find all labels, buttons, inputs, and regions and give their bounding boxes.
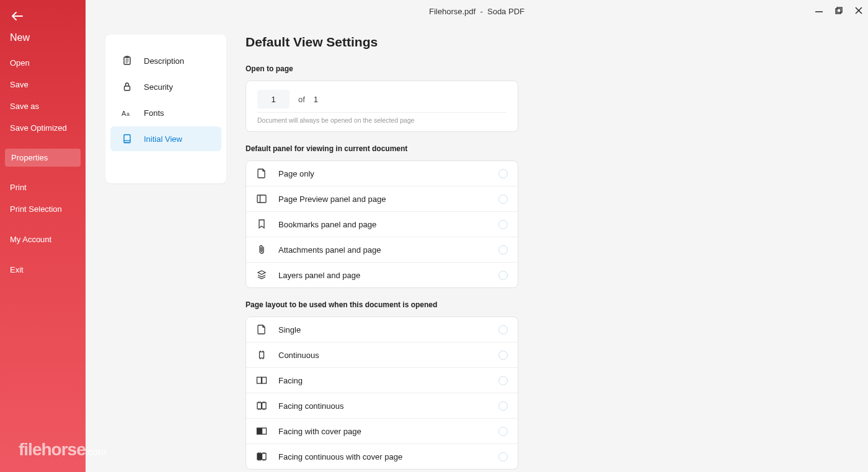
sidebar-item-save[interactable]: Save [0,75,86,94]
svg-rect-40 [262,453,267,460]
title-separator: - [480,7,482,16]
option-label: Page Preview panel and page [278,194,487,204]
radio-button[interactable] [498,245,508,255]
option-label: Layers panel and page [278,271,487,280]
page-total: 1 [314,95,318,104]
sidebar-item-open[interactable]: Open [0,53,86,72]
option-page-preview[interactable]: Page Preview panel and page [246,186,518,212]
sidebar-item-print[interactable]: Print [0,178,86,197]
radio-button[interactable] [498,271,508,280]
title-app: Soda PDF [487,7,525,16]
option-layout-single[interactable]: Single [246,317,518,343]
tab-label: Security [144,82,173,92]
option-label: Single [278,325,487,334]
radio-button[interactable] [498,401,508,411]
sidebar-item-save-optimized[interactable]: Save Optimized [0,118,86,138]
minimize-button[interactable] [813,5,825,16]
layers-icon [256,269,267,281]
svg-rect-26 [262,377,267,383]
radio-button[interactable] [498,169,508,178]
content-area: Default View Settings Open to page of 1 … [246,35,642,470]
paperclip-icon [256,244,267,255]
single-page-icon [256,324,267,335]
open-to-page-label: Open to page [246,64,642,73]
option-label: Continuous [278,351,487,360]
facing-icon [256,375,267,386]
svg-rect-13 [124,135,130,143]
svg-rect-20 [260,352,264,358]
option-label: Bookmarks panel and page [278,220,487,229]
facing-continuous-icon [256,400,267,411]
radio-button[interactable] [498,194,508,204]
page-hint: Document will always be opened on the se… [257,112,507,124]
clipboard-icon [122,55,133,66]
facing-continuous-cover-icon [256,451,267,462]
option-attachments[interactable]: Attachments panel and page [246,237,518,263]
close-button[interactable] [853,5,864,16]
radio-button[interactable] [498,351,508,360]
radio-button[interactable] [498,325,508,334]
sidebar-item-print-selection[interactable]: Print Selection [0,199,86,219]
option-label: Attachments panel and page [278,245,487,255]
option-layout-continuous[interactable]: Continuous [246,343,518,368]
svg-rect-37 [257,428,262,434]
watermark-suffix: .com [86,447,106,457]
option-label: Page only [278,169,487,178]
continuous-icon [256,349,267,361]
radio-button[interactable] [498,220,508,229]
page-layout-options: Single Continuous Facing Facing continuo… [246,317,518,470]
tab-description[interactable]: Description [110,48,221,73]
option-layout-facing-continuous-cover[interactable]: Facing continuous with cover page [246,444,518,469]
default-panel-label: Default panel for viewing in current doc… [246,144,642,153]
sidebar-item-save-as[interactable]: Save as [0,97,86,116]
lock-icon [122,81,133,92]
watermark-brand: filehorse [19,440,86,459]
page-number-input[interactable] [257,90,290,108]
titlebar: Filehorse.pdf - Soda PDF [86,0,868,22]
sidebar: New Open Save Save as Save Optimized Pro… [0,0,86,472]
tab-label: Description [144,56,184,66]
option-layout-facing-cover[interactable]: Facing with cover page [246,419,518,444]
svg-text:a: a [126,111,130,117]
properties-tabs: Description Security Aa Fonts Initial Vi… [105,35,226,183]
title-document: Filehorse.pdf [429,7,476,16]
option-layout-facing[interactable]: Facing [246,368,518,393]
page-of-text: of [298,95,305,104]
option-label: Facing continuous [278,401,487,411]
svg-rect-28 [262,403,267,409]
radio-button[interactable] [498,427,508,436]
svg-rect-27 [257,403,262,409]
tab-initial-view[interactable]: Initial View [110,126,221,151]
fonts-icon: Aa [122,107,133,118]
open-to-page-box: of 1 Document will always be opened on t… [246,81,518,132]
tab-fonts[interactable]: Aa Fonts [110,100,221,125]
tab-label: Initial View [144,134,182,144]
back-button[interactable] [0,7,86,24]
watermark: filehorse.com [19,440,106,460]
option-label: Facing continuous with cover page [278,452,487,461]
window-controls [813,5,864,16]
option-label: Facing [278,376,487,385]
svg-text:A: A [122,110,126,117]
maximize-button[interactable] [833,5,844,16]
sidebar-item-properties[interactable]: Properties [5,149,81,167]
tab-label: Fonts [144,108,164,118]
option-page-only[interactable]: Page only [246,161,518,186]
option-layers[interactable]: Layers panel and page [246,263,518,287]
option-layout-facing-continuous[interactable]: Facing continuous [246,393,518,419]
radio-button[interactable] [498,376,508,385]
svg-rect-10 [125,86,130,90]
page-layout-label: Page layout to be used when this documen… [246,300,642,309]
sidebar-item-new[interactable]: New [0,26,86,51]
tab-security[interactable]: Security [110,74,221,99]
sidebar-item-exit[interactable]: Exit [0,260,86,279]
radio-button[interactable] [498,452,508,461]
sidebar-item-my-account[interactable]: My Account [0,230,86,249]
facing-cover-icon [256,426,267,437]
svg-rect-38 [262,428,267,434]
svg-rect-18 [257,195,266,203]
panel-left-icon [256,193,267,204]
svg-rect-1 [836,9,841,14]
option-bookmarks[interactable]: Bookmarks panel and page [246,212,518,237]
bookmark-icon [256,219,267,230]
